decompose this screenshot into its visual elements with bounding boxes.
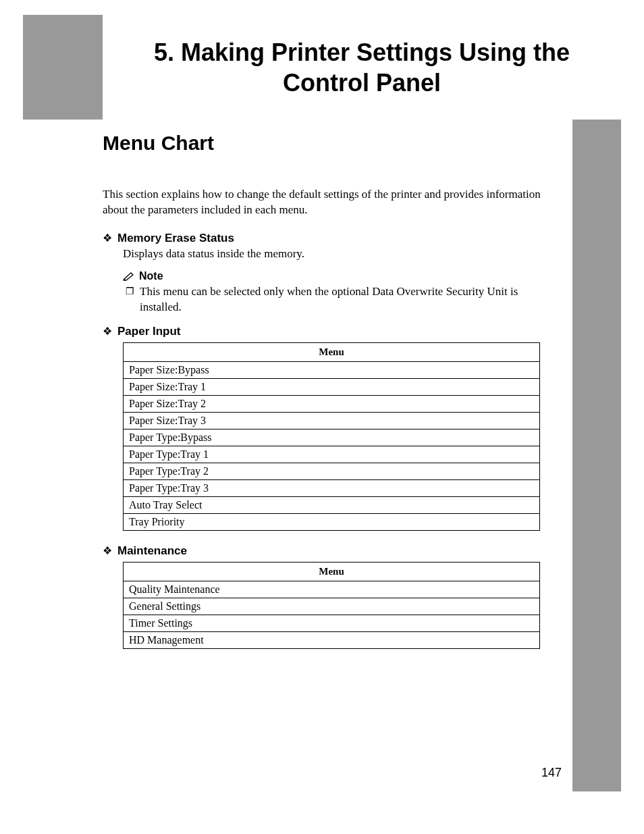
- menu-item-body: Displays data status inside the memory.: [123, 246, 541, 262]
- menu-item-header: ❖ Paper Input: [103, 325, 541, 338]
- menu-item-title: Maintenance: [117, 544, 187, 558]
- table-cell: General Settings: [124, 598, 540, 615]
- note-block: Note ❐ This menu can be selected only wh…: [123, 270, 541, 315]
- menu-item-title: Paper Input: [117, 325, 181, 338]
- note-text: This menu can be selected only when the …: [140, 284, 541, 315]
- table-cell: Paper Type:Tray 2: [124, 463, 540, 479]
- menu-item-title: Memory Erase Status: [117, 232, 234, 245]
- table-row: Paper Type:Tray 3: [124, 479, 540, 496]
- note-item: ❐ This menu can be selected only when th…: [126, 284, 541, 315]
- table-cell: Auto Tray Select: [124, 496, 540, 513]
- menu-item-memory-erase: ❖ Memory Erase Status Displays data stat…: [103, 232, 541, 315]
- table-cell: Paper Type:Tray 1: [124, 446, 540, 463]
- right-side-band: [572, 120, 621, 791]
- table-cell: Tray Priority: [124, 513, 540, 530]
- page-content: Menu Chart This section explains how to …: [103, 132, 541, 662]
- chapter-header-inner: 5. Making Printer Settings Using the Con…: [103, 15, 621, 120]
- table-row: Paper Size:Tray 3: [124, 412, 540, 429]
- table-cell: Paper Type:Bypass: [124, 429, 540, 446]
- table-row: Tray Priority: [124, 513, 540, 530]
- table-header: Menu: [124, 342, 540, 361]
- table-row: Paper Size:Tray 2: [124, 395, 540, 412]
- chapter-title: 5. Making Printer Settings Using the Con…: [116, 37, 608, 98]
- section-heading: Menu Chart: [103, 132, 541, 155]
- table-cell: Paper Size:Tray 2: [124, 395, 540, 412]
- table-row: Paper Size:Tray 1: [124, 378, 540, 395]
- table-cell: Quality Maintenance: [124, 581, 540, 598]
- menu-item-header: ❖ Maintenance: [103, 544, 541, 558]
- table-row: Paper Type:Tray 1: [124, 446, 540, 463]
- menu-item-maintenance: ❖ Maintenance Menu Quality Maintenance G…: [103, 544, 541, 649]
- chapter-header-band: 5. Making Printer Settings Using the Con…: [23, 15, 621, 120]
- square-bullet-icon: ❐: [126, 284, 134, 299]
- note-header: Note: [123, 270, 541, 282]
- table-row: Paper Type:Bypass: [124, 429, 540, 446]
- diamond-bullet-icon: ❖: [103, 325, 112, 338]
- table-cell: Paper Type:Tray 3: [124, 479, 540, 496]
- page-number: 147: [541, 766, 562, 780]
- table-cell: Paper Size:Tray 3: [124, 412, 540, 429]
- diamond-bullet-icon: ❖: [103, 232, 112, 244]
- table-cell: Paper Size:Tray 1: [124, 378, 540, 395]
- diamond-bullet-icon: ❖: [103, 544, 112, 557]
- menu-item-paper-input: ❖ Paper Input Menu Paper Size:Bypass Pap…: [103, 325, 541, 531]
- table-row: Paper Type:Tray 2: [124, 463, 540, 479]
- table-row: Paper Size:Bypass: [124, 361, 540, 378]
- table-row: Auto Tray Select: [124, 496, 540, 513]
- pencil-icon: [123, 271, 135, 281]
- table-row: General Settings: [124, 598, 540, 615]
- table-row: Quality Maintenance: [124, 581, 540, 598]
- table-row: Timer Settings: [124, 615, 540, 631]
- table-cell: Timer Settings: [124, 615, 540, 631]
- note-label: Note: [139, 270, 163, 282]
- table-row: HD Management: [124, 631, 540, 648]
- table-cell: Paper Size:Bypass: [124, 361, 540, 378]
- section-intro: This section explains how to change the …: [103, 187, 541, 218]
- paper-input-table: Menu Paper Size:Bypass Paper Size:Tray 1…: [123, 342, 540, 531]
- maintenance-table: Menu Quality Maintenance General Setting…: [123, 562, 540, 649]
- table-cell: HD Management: [124, 631, 540, 648]
- table-header: Menu: [124, 562, 540, 581]
- menu-item-header: ❖ Memory Erase Status: [103, 232, 541, 245]
